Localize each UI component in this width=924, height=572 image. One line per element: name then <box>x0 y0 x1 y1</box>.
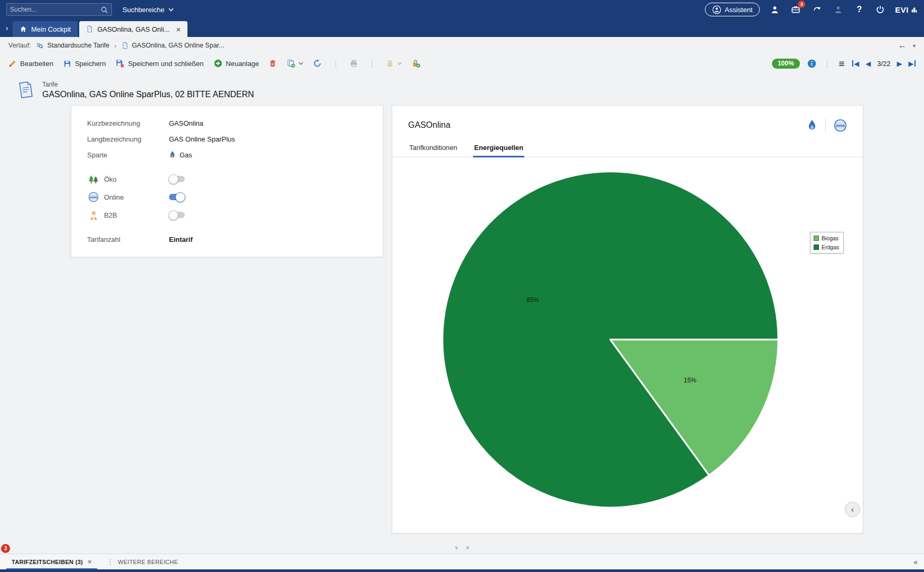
next-record-button[interactable]: ▶ <box>897 60 902 67</box>
panel-collapse-button[interactable]: ‹ <box>845 502 860 517</box>
field-value: Gas <box>180 151 192 159</box>
panel-splitter[interactable]: ∨ ∧ <box>0 543 924 551</box>
delete-button[interactable] <box>269 59 277 68</box>
save-button[interactable]: Speichern <box>63 60 106 68</box>
brand-text: EVI <box>895 5 909 14</box>
form-row: Tarifanzahl Eintarif <box>87 231 383 247</box>
breadcrumb-label: GASOnlina, GAS Online Spar... <box>132 42 224 49</box>
search-icon[interactable] <box>100 6 108 14</box>
tab-tarifzeitscheiben[interactable]: TARIFZEITSCHEIBEN (3) × <box>6 554 97 570</box>
refresh-icon <box>313 59 322 68</box>
lock-icon <box>386 59 394 68</box>
assistant-button[interactable]: Assistent <box>705 3 760 16</box>
record-pager: ◀ ◀ 3/22 ▶ ▶ <box>852 60 916 68</box>
form-row: Langbezeichnung GAS Online SparPlus <box>87 131 383 147</box>
save-label: Speichern <box>75 60 106 68</box>
bottom-collapse-icon[interactable]: « <box>913 558 918 566</box>
history-caret-icon[interactable]: ▾ <box>913 43 916 49</box>
lock-button[interactable] <box>386 59 402 68</box>
toggle-row-oeko: Öko <box>87 170 383 188</box>
tab-close-icon[interactable]: × <box>88 558 92 566</box>
toggle-b2b[interactable] <box>169 212 185 218</box>
kebab-icon: ⋮ <box>107 558 114 566</box>
breadcrumb-item-document[interactable]: GASOnlina, GAS Online Spar... <box>121 42 224 49</box>
toggle-online[interactable] <box>169 194 185 200</box>
last-record-button[interactable]: ▶ <box>909 60 916 67</box>
nav-expand-chevron[interactable]: › <box>1 24 13 32</box>
tab-gasonlina[interactable]: GASOnlina, GAS Onli... × <box>79 21 187 37</box>
tab-energiequellen[interactable]: Energiequellen <box>473 139 524 157</box>
business-person-icon <box>87 210 100 220</box>
trees-icon <box>87 174 100 184</box>
profile-settings-icon[interactable] <box>832 3 844 16</box>
search-scope-select[interactable]: Suchbereiche <box>122 6 174 14</box>
refresh-button[interactable] <box>313 59 322 68</box>
legend-item-erdgas: Erdgas <box>814 244 839 250</box>
edit-button[interactable]: Bearbeiten <box>8 60 53 68</box>
detail-tabs: Tarifkonditionen Energiequellen <box>392 139 863 157</box>
alert-count-badge[interactable]: 3 <box>1 544 10 553</box>
weitere-bereiche[interactable]: ⋮ WEITERE BEREICHE <box>107 558 178 566</box>
prev-record-button[interactable]: ◀ <box>865 60 871 67</box>
tab-mein-cockpit[interactable]: Mein Cockpit <box>13 21 78 37</box>
lock-add-button[interactable] <box>412 59 420 68</box>
history-back-icon[interactable]: ← <box>898 41 907 50</box>
toggle-row-b2b: B2B <box>87 206 383 224</box>
pie-label-erdgas: 85% <box>526 296 539 304</box>
field-label: Sparte <box>87 151 169 159</box>
plus-circle-icon <box>214 59 222 68</box>
topbar: Suchbereiche Assistent 3 ? <box>0 0 924 19</box>
zoom-badge[interactable]: 100% <box>772 59 800 69</box>
edit-label: Bearbeiten <box>20 60 53 68</box>
search-list-icon <box>36 42 43 49</box>
detail-card: GASOnlina www Tarifkonditionen Energiequ… <box>392 105 863 533</box>
redo-icon[interactable] <box>810 3 823 16</box>
help-label: ? <box>856 5 862 14</box>
divider <box>825 118 826 132</box>
save-close-label: Speichern und schließen <box>128 60 203 68</box>
bottom-tabbar: TARIFZEITSCHEIBEN (3) × ⋮ WEITERE BEREIC… <box>0 554 924 569</box>
globe-www-icon: www <box>87 192 100 202</box>
tab-tarifkonditionen[interactable]: Tarifkonditionen <box>408 139 458 157</box>
toggle-oeko[interactable] <box>169 176 185 182</box>
chevron-down-icon <box>168 8 174 12</box>
pager-count: 3/22 <box>877 60 890 68</box>
new-label: Neuanlage <box>226 60 259 68</box>
chart-legend: Biogas Erdgas <box>810 232 844 254</box>
new-button[interactable]: Neuanlage <box>214 59 259 68</box>
breadcrumb-item-search[interactable]: Standardsuche Tarife <box>36 42 109 49</box>
global-search[interactable] <box>6 3 112 16</box>
caret-down-icon[interactable] <box>299 62 303 65</box>
detail-title: GASOnlina <box>408 120 450 130</box>
info-icon[interactable] <box>807 59 816 68</box>
tab-label: GASOnlina, GAS Onli... <box>97 25 169 33</box>
first-record-button[interactable]: ◀ <box>852 60 860 67</box>
notification-badge: 3 <box>798 1 805 8</box>
gas-flame-icon <box>169 151 176 159</box>
tab-close-icon[interactable]: × <box>176 25 181 33</box>
globe-www-icon: www <box>834 119 847 132</box>
power-icon[interactable] <box>874 3 887 16</box>
pie-chart-svg: 85% 15% <box>392 157 863 527</box>
field-label: Tarifanzahl <box>87 236 169 243</box>
splitter-down-icon[interactable]: ∨ <box>455 545 458 550</box>
splitter-up-icon[interactable]: ∧ <box>466 545 469 550</box>
toolbar-divider: ⋮ <box>368 60 376 68</box>
search-input[interactable] <box>10 6 100 13</box>
save-close-button[interactable]: Speichern und schließen <box>116 59 203 68</box>
printer-icon <box>350 59 358 68</box>
pencil-icon <box>8 60 16 68</box>
user-button[interactable] <box>768 3 781 16</box>
menu-icon[interactable]: ≡ <box>839 59 845 69</box>
print-button[interactable] <box>350 59 358 68</box>
brand-logo: EVI <box>895 5 918 14</box>
messages-button[interactable]: 3 <box>789 3 802 16</box>
search-scope-label: Suchbereiche <box>122 6 165 14</box>
copy-record-button[interactable] <box>287 59 303 68</box>
breadcrumb: Verlauf: Standardsuche Tarife › GASOnlin… <box>0 37 924 54</box>
help-button[interactable]: ? <box>853 3 865 16</box>
caret-down-icon[interactable] <box>398 62 402 65</box>
pie-label-biogas: 15% <box>684 377 696 384</box>
home-icon <box>20 25 27 33</box>
toolbar-divider: ⋮ <box>824 60 832 68</box>
